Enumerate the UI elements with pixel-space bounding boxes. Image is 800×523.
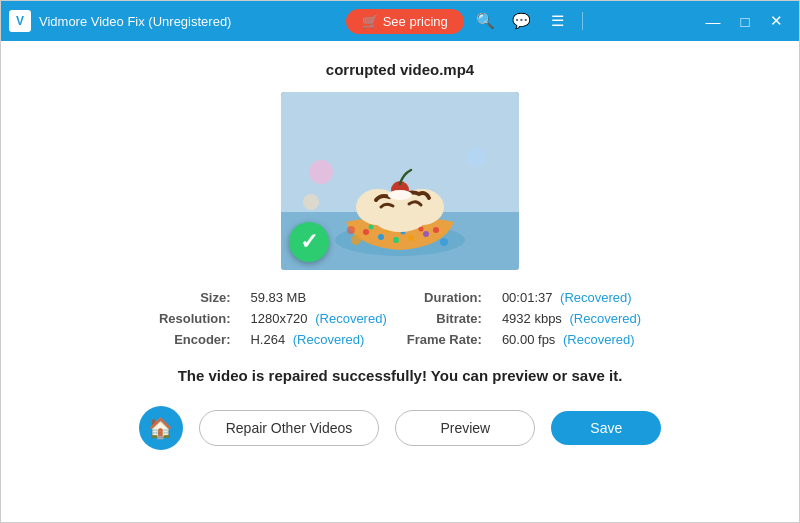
menu-icon: ☰	[551, 12, 564, 30]
maximize-icon: □	[740, 13, 749, 30]
cart-icon: 🛒	[362, 14, 378, 29]
home-button[interactable]: 🏠	[139, 406, 183, 450]
buttons-row: 🏠 Repair Other Videos Preview Save	[139, 406, 662, 450]
success-message: The video is repaired successfully! You …	[178, 367, 623, 384]
svg-point-23	[303, 194, 319, 210]
size-label: Size:	[159, 290, 231, 305]
svg-point-19	[440, 238, 448, 246]
encoder-value: H.264 (Recovered)	[250, 332, 386, 347]
minimize-button[interactable]: —	[699, 7, 727, 35]
save-button[interactable]: Save	[551, 411, 661, 445]
svg-point-17	[388, 190, 412, 200]
bitrate-value: 4932 kbps (Recovered)	[502, 311, 641, 326]
maximize-button[interactable]: □	[731, 7, 759, 35]
close-icon: ✕	[770, 12, 783, 30]
preview-button[interactable]: Preview	[395, 410, 535, 446]
see-pricing-label: See pricing	[383, 14, 448, 29]
svg-point-20	[347, 226, 355, 234]
svg-point-6	[408, 235, 414, 241]
feedback-button[interactable]: 💬	[508, 7, 536, 35]
svg-point-9	[369, 225, 374, 230]
resolution-recovered: (Recovered)	[315, 311, 387, 326]
svg-point-5	[393, 237, 399, 243]
svg-point-8	[433, 227, 439, 233]
title-bar: V Vidmore Video Fix (Unregistered) 🛒 See…	[1, 1, 799, 41]
home-icon: 🏠	[148, 416, 173, 440]
svg-point-22	[466, 147, 486, 167]
svg-point-21	[309, 160, 333, 184]
title-bar-center: 🛒 See pricing 🔍 💬 ☰	[346, 7, 585, 35]
app-icon: V	[9, 10, 31, 32]
main-content: corrupted video.mp4	[1, 41, 799, 474]
title-bar-left: V Vidmore Video Fix (Unregistered)	[9, 10, 231, 32]
info-table: Size: 59.83 MB Duration: 00:01:37 (Recov…	[159, 290, 641, 347]
svg-point-7	[423, 231, 429, 237]
resolution-value: 1280x720 (Recovered)	[250, 311, 386, 326]
bitrate-label: Bitrate:	[407, 311, 482, 326]
svg-point-18	[351, 235, 361, 245]
resolution-label: Resolution:	[159, 311, 231, 326]
menu-button[interactable]: ☰	[544, 7, 572, 35]
framerate-label: Frame Rate:	[407, 332, 482, 347]
close-button[interactable]: ✕	[763, 7, 791, 35]
size-value: 59.83 MB	[250, 290, 386, 305]
framerate-value: 60.00 fps (Recovered)	[502, 332, 641, 347]
encoder-label: Encoder:	[159, 332, 231, 347]
duration-recovered: (Recovered)	[560, 290, 632, 305]
app-title: Vidmore Video Fix (Unregistered)	[39, 14, 231, 29]
encoder-recovered: (Recovered)	[293, 332, 365, 347]
duration-label: Duration:	[407, 290, 482, 305]
chat-icon: 💬	[512, 12, 531, 30]
video-filename: corrupted video.mp4	[326, 61, 474, 78]
svg-point-3	[363, 229, 369, 235]
framerate-recovered: (Recovered)	[563, 332, 635, 347]
repair-other-videos-button[interactable]: Repair Other Videos	[199, 410, 380, 446]
minimize-icon: —	[705, 13, 720, 30]
duration-value: 00:01:37 (Recovered)	[502, 290, 641, 305]
video-preview-container: ✓	[281, 92, 519, 270]
title-divider	[582, 12, 583, 30]
window-controls: — □ ✕	[699, 7, 791, 35]
search-icon: 🔍	[476, 12, 495, 30]
success-check-badge: ✓	[289, 222, 329, 262]
search-button[interactable]: 🔍	[472, 7, 500, 35]
see-pricing-button[interactable]: 🛒 See pricing	[346, 9, 464, 34]
svg-point-4	[378, 234, 384, 240]
bitrate-recovered: (Recovered)	[569, 311, 641, 326]
